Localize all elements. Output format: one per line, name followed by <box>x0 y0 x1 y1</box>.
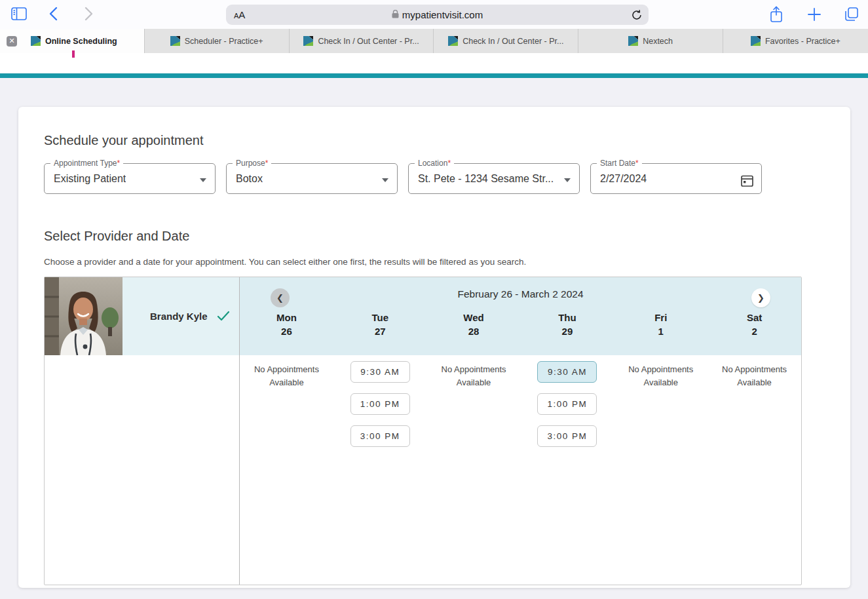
site-logo-fragment <box>72 50 75 58</box>
scheduling-card: Schedule your appointment Appointment Ty… <box>18 107 850 588</box>
sidebar-toggle-icon[interactable] <box>11 7 27 20</box>
browser-toolbar: AA mypatientvisit.com <box>0 0 868 29</box>
field-label: Location <box>418 159 447 168</box>
tab-label: Check In / Out Center - Pr... <box>462 37 563 46</box>
back-button-icon[interactable] <box>48 7 58 21</box>
chevron-down-icon <box>564 178 571 182</box>
nextech-favicon-icon <box>31 36 41 46</box>
reader-text-size-button[interactable]: AA <box>234 9 245 20</box>
nextech-favicon-icon <box>628 36 638 46</box>
tab-nextech[interactable]: Nextech <box>578 29 723 53</box>
provider-name-panel[interactable]: Brandy Kyle <box>123 277 239 355</box>
reload-icon[interactable] <box>632 9 642 21</box>
chevron-down-icon <box>382 178 388 182</box>
slots-wed: No Appointments Available <box>427 361 521 585</box>
provider-name: Brandy Kyle <box>150 311 208 322</box>
provider-selected-check-icon <box>216 308 231 326</box>
day-header-sat: Sat2 <box>708 311 801 338</box>
tab-label: Online Scheduling <box>45 37 117 46</box>
next-week-button[interactable]: ❯ <box>751 288 770 307</box>
day-header-wed: Wed28 <box>427 311 521 338</box>
tab-label: Favorites - Practice+ <box>765 37 840 46</box>
forward-button-icon[interactable] <box>85 7 94 21</box>
prev-week-button[interactable]: ❮ <box>271 288 290 307</box>
location-select[interactable]: Location* St. Pete - 1234 Sesame Str... <box>408 159 580 194</box>
nextech-favicon-icon <box>448 36 458 46</box>
day-header-row: Mon26 Tue27 Wed28 Thu29 Fri1 Sat2 <box>240 311 801 338</box>
time-slot-button[interactable]: 1:00 PM <box>350 393 410 415</box>
slots-tue: 9:30 AM 1:00 PM 3:00 PM <box>333 361 427 585</box>
field-label: Purpose <box>236 159 265 168</box>
field-value: Botox <box>236 173 263 185</box>
no-appointments-text: No Appointments Available <box>722 361 787 389</box>
tab-scheduler-practice[interactable]: Scheduler - Practice+ <box>145 29 290 53</box>
day-header-mon: Mon26 <box>240 311 333 338</box>
slots-fri: No Appointments Available <box>614 361 708 585</box>
required-asterisk: * <box>447 159 451 168</box>
time-slot-button[interactable]: 3:00 PM <box>537 425 597 447</box>
provider-column: Brandy Kyle <box>45 277 240 585</box>
chevron-down-icon <box>200 178 206 182</box>
field-label: Appointment Type <box>54 159 117 168</box>
field-value: Existing Patient <box>54 173 126 185</box>
no-appointments-text: No Appointments Available <box>628 361 694 389</box>
required-asterisk: * <box>635 159 639 168</box>
field-value: St. Pete - 1234 Sesame Str... <box>418 173 554 185</box>
purpose-select[interactable]: Purpose* Botox <box>226 159 398 194</box>
calendar-panel: ❮ February 26 - March 2 2024 ❯ Mon26 Tue… <box>240 277 801 585</box>
select-provider-heading: Select Provider and Date <box>44 229 189 244</box>
required-asterisk: * <box>117 159 121 168</box>
field-value: 2/27/2024 <box>600 173 647 185</box>
day-header-fri: Fri1 <box>614 311 708 338</box>
lock-icon <box>392 9 399 20</box>
calendar-body: No Appointments Available 9:30 AM 1:00 P… <box>240 355 801 585</box>
slots-mon: No Appointments Available <box>240 361 333 585</box>
field-label: Start Date <box>600 159 635 168</box>
nextech-favicon-icon <box>303 36 313 46</box>
new-tab-icon[interactable] <box>807 7 821 22</box>
tab-bar: ✕ Online Scheduling Scheduler - Practice… <box>0 29 868 53</box>
nextech-favicon-icon <box>170 36 180 46</box>
time-slot-button[interactable]: 1:00 PM <box>537 393 597 415</box>
site-header-strip <box>0 53 868 73</box>
provider-row[interactable]: Brandy Kyle <box>45 277 239 355</box>
tab-label: Nextech <box>643 37 673 46</box>
address-bar[interactable]: AA mypatientvisit.com <box>226 5 649 25</box>
time-slot-button[interactable]: 9:30 AM <box>350 361 410 383</box>
nextech-favicon-icon <box>751 36 761 46</box>
slots-sat: No Appointments Available <box>708 361 801 585</box>
calendar-icon[interactable] <box>740 174 754 190</box>
calendar-week-title: February 26 - March 2 2024 <box>240 288 801 300</box>
time-slot-button-selected[interactable]: 9:30 AM <box>537 361 597 383</box>
close-tab-icon[interactable]: ✕ <box>7 36 17 47</box>
no-appointments-text: No Appointments Available <box>254 361 319 389</box>
tab-checkin-center-1[interactable]: Check In / Out Center - Pr... <box>290 29 434 53</box>
calendar-header: ❮ February 26 - March 2 2024 ❯ Mon26 Tue… <box>240 277 801 355</box>
appointment-type-select[interactable]: Appointment Type* Existing Patient <box>44 159 216 194</box>
provider-calendar-block: Brandy Kyle ❮ February 26 - March 2 2024… <box>44 277 802 585</box>
select-provider-subtitle: Choose a provider and a date for your ap… <box>44 257 526 267</box>
tab-label: Scheduler - Practice+ <box>185 37 263 46</box>
tab-checkin-center-2[interactable]: Check In / Out Center - Pr... <box>434 29 578 53</box>
site-header-accent-bar <box>0 73 868 78</box>
tab-online-scheduling[interactable]: ✕ Online Scheduling <box>0 29 145 53</box>
day-header-tue: Tue27 <box>333 311 427 338</box>
tab-label: Check In / Out Center - Pr... <box>318 37 419 46</box>
tab-favorites-practice[interactable]: Favorites - Practice+ <box>723 29 868 53</box>
no-appointments-text: No Appointments Available <box>441 361 506 389</box>
tab-overview-icon[interactable] <box>844 7 859 22</box>
start-date-field[interactable]: Start Date* 2/27/2024 <box>590 159 762 194</box>
day-header-thu: Thu29 <box>520 311 614 338</box>
required-asterisk: * <box>265 159 269 168</box>
page-title: Schedule your appointment <box>44 133 204 148</box>
share-icon[interactable] <box>770 6 783 23</box>
url-text: mypatientvisit.com <box>226 9 649 20</box>
provider-photo <box>45 277 123 355</box>
time-slot-button[interactable]: 3:00 PM <box>350 425 410 447</box>
appointment-form-row: Appointment Type* Existing Patient Purpo… <box>44 159 762 194</box>
slots-thu: 9:30 AM 1:00 PM 3:00 PM <box>520 361 614 585</box>
